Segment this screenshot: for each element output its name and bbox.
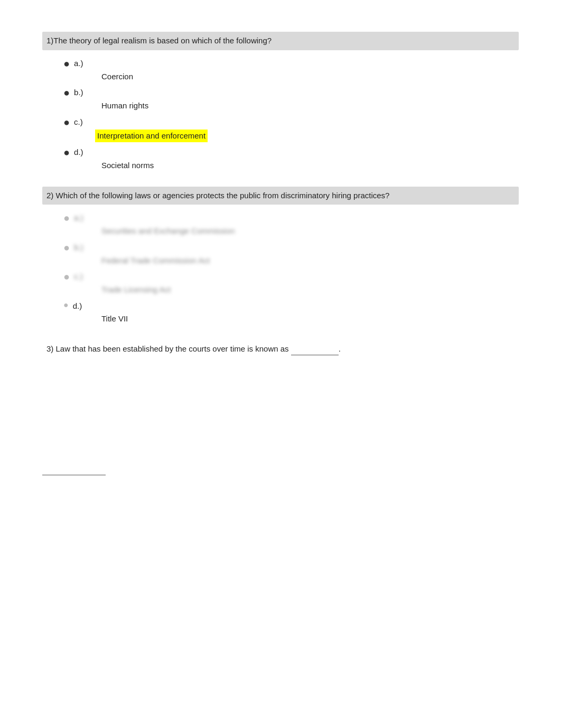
q2-b-text: Federal Trade Commission Act bbox=[95, 256, 210, 268]
q2-d-bullet: ● bbox=[63, 300, 69, 310]
q1-d-letter: d.) bbox=[74, 146, 83, 159]
q2-d-letter: d.) bbox=[73, 300, 82, 312]
q2-c-text: Trade Licensing Act bbox=[95, 285, 171, 297]
q2-option-a: ● a.) Securities and Exchange Commission bbox=[63, 212, 519, 237]
question-2: 2) Which of the following laws or agenci… bbox=[42, 187, 519, 325]
q2-b-bullet: ● bbox=[63, 241, 70, 254]
q2-option-d: ● d.) Title VII bbox=[63, 300, 519, 325]
q1-c-text: Interpretation and enforcement bbox=[95, 130, 208, 143]
q2-c-letter: c.) bbox=[74, 271, 83, 283]
q1-b-text: Human rights bbox=[95, 101, 148, 113]
q2-a-letter: a.) bbox=[74, 212, 83, 224]
q2-number: 2) bbox=[46, 191, 53, 200]
q1-body: The theory of legal realism is based on … bbox=[53, 36, 272, 45]
q1-text: 1)The theory of legal realism is based o… bbox=[42, 32, 519, 50]
q3-blank bbox=[291, 343, 339, 356]
q2-a-text: Securities and Exchange Commission bbox=[95, 226, 235, 238]
q2-a-bullet: ● bbox=[63, 211, 70, 224]
q3-text: 3) Law that has been established by the … bbox=[42, 340, 519, 359]
q1-d-text: Societal norms bbox=[95, 161, 154, 173]
question-3: 3) Law that has been established by the … bbox=[42, 340, 519, 359]
q3-body: Law that has been established by the cou… bbox=[56, 344, 341, 353]
q2-option-b: ● b.) Federal Trade Commission Act bbox=[63, 242, 519, 267]
q1-option-b: ● b.) Human rights bbox=[63, 87, 519, 112]
q2-text: 2) Which of the following laws or agenci… bbox=[42, 187, 519, 205]
q3-number: 3) bbox=[46, 344, 53, 353]
q1-a-letter: a.) bbox=[74, 58, 83, 70]
q1-option-a: ● a.) Coercion bbox=[63, 58, 519, 83]
q1-c-letter: c.) bbox=[74, 116, 83, 128]
question-1: 1)The theory of legal realism is based o… bbox=[42, 32, 519, 172]
q1-b-bullet: ● bbox=[63, 86, 70, 99]
q1-a-text: Coercion bbox=[95, 72, 133, 84]
q2-option-c: ● c.) Trade Licensing Act bbox=[63, 271, 519, 296]
q1-d-bullet: ● bbox=[63, 146, 70, 159]
q1-option-d: ● d.) Societal norms bbox=[63, 146, 519, 172]
q1-b-letter: b.) bbox=[74, 87, 83, 99]
q1-a-bullet: ● bbox=[63, 57, 70, 70]
q2-d-text: Title VII bbox=[95, 314, 128, 326]
q1-c-bullet: ● bbox=[63, 116, 70, 128]
q1-option-c: ● c.) Interpretation and enforcement bbox=[63, 116, 519, 143]
q2-body: Which of the following laws or agencies … bbox=[56, 191, 390, 200]
q2-b-letter: b.) bbox=[74, 242, 83, 254]
q2-c-bullet: ● bbox=[63, 270, 70, 283]
q1-options: ● a.) Coercion ● b.) Human rights ● c.) bbox=[42, 58, 519, 172]
q1-number: 1) bbox=[46, 36, 53, 45]
bottom-decorative-line bbox=[42, 475, 106, 475]
q2-options: ● a.) Securities and Exchange Commission… bbox=[42, 212, 519, 325]
